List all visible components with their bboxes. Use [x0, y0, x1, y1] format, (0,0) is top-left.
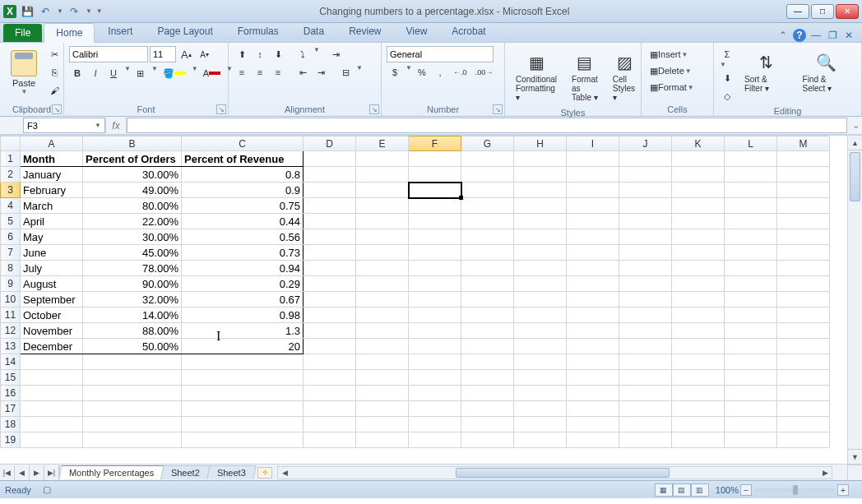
row-header[interactable]: 18: [1, 417, 21, 432]
tab-acrobat[interactable]: Acrobat: [440, 22, 497, 42]
cell[interactable]: [777, 417, 830, 432]
ribbon-minimize-icon[interactable]: ⌃: [776, 29, 790, 42]
comma-format-button[interactable]: ,: [432, 64, 448, 81]
cell[interactable]: [567, 276, 619, 292]
fx-icon[interactable]: fx: [105, 118, 127, 133]
cell[interactable]: [356, 339, 409, 354]
cell[interactable]: 14.00%: [83, 307, 182, 323]
cell-styles-button[interactable]: ▨Cell Styles ▾: [607, 46, 643, 106]
qat-customize[interactable]: ▼: [95, 7, 103, 15]
cell[interactable]: [514, 245, 567, 261]
sheet-tab[interactable]: Sheet2: [161, 465, 211, 479]
increase-indent-button[interactable]: ⇥: [313, 64, 329, 81]
clipboard-dialog-launcher[interactable]: ↘: [52, 104, 62, 114]
cell[interactable]: [409, 261, 461, 276]
cell[interactable]: [304, 370, 356, 386]
cell[interactable]: [672, 183, 725, 198]
tab-next-button[interactable]: ▶: [30, 465, 44, 480]
cell[interactable]: [409, 323, 461, 339]
cell[interactable]: 22.00%: [83, 214, 182, 229]
cell[interactable]: [356, 214, 409, 229]
increase-decimal-button[interactable]: ←.0: [450, 64, 470, 81]
cell[interactable]: [672, 198, 725, 214]
cell[interactable]: 0.94: [182, 261, 304, 276]
cell[interactable]: [304, 214, 356, 229]
cell[interactable]: [461, 276, 514, 292]
cell[interactable]: [356, 198, 409, 214]
cell[interactable]: [461, 432, 514, 448]
cell[interactable]: [514, 323, 567, 339]
tab-last-button[interactable]: ▶|: [44, 465, 59, 480]
cell[interactable]: [725, 386, 777, 401]
cut-button[interactable]: ✂: [46, 46, 63, 62]
cell[interactable]: November: [21, 323, 83, 339]
decrease-indent-button[interactable]: ⇤: [294, 64, 311, 81]
cell[interactable]: [672, 323, 725, 339]
insert-cells-button[interactable]: ▦ Insert ▼: [646, 46, 712, 62]
cell[interactable]: Percent of Orders: [83, 151, 182, 167]
cell[interactable]: [409, 198, 461, 214]
cell[interactable]: [514, 417, 567, 432]
cell[interactable]: [409, 214, 461, 229]
cell[interactable]: [514, 151, 567, 167]
cell[interactable]: [567, 386, 619, 401]
row-header[interactable]: 2: [1, 167, 21, 183]
cell[interactable]: [304, 276, 356, 292]
cell[interactable]: [619, 198, 672, 214]
cell[interactable]: [182, 401, 304, 417]
cell[interactable]: 20: [182, 339, 304, 354]
col-header[interactable]: C: [182, 136, 304, 151]
cell[interactable]: [672, 386, 725, 401]
cell[interactable]: [356, 370, 409, 386]
cell[interactable]: [619, 386, 672, 401]
cell[interactable]: [619, 151, 672, 167]
cell[interactable]: [461, 183, 514, 198]
tab-home[interactable]: Home: [44, 23, 95, 43]
page-layout-view-button[interactable]: ▤: [673, 483, 691, 497]
cell[interactable]: [672, 370, 725, 386]
cell[interactable]: [725, 307, 777, 323]
cell[interactable]: March: [21, 198, 83, 214]
cell[interactable]: [304, 261, 356, 276]
cell[interactable]: [21, 386, 83, 401]
cell[interactable]: [461, 229, 514, 245]
cell[interactable]: [461, 354, 514, 370]
cell[interactable]: [21, 432, 83, 448]
cell[interactable]: [725, 432, 777, 448]
cell[interactable]: [567, 370, 619, 386]
cell[interactable]: December: [21, 339, 83, 354]
row-header[interactable]: 4: [1, 198, 21, 214]
align-bottom-button[interactable]: ⬇: [270, 46, 286, 62]
cell[interactable]: [777, 401, 830, 417]
cell[interactable]: [409, 183, 461, 198]
cell[interactable]: [21, 354, 83, 370]
cell[interactable]: [304, 229, 356, 245]
cell[interactable]: 88.00%: [83, 323, 182, 339]
cell[interactable]: [356, 323, 409, 339]
cell[interactable]: [304, 339, 356, 354]
close-button[interactable]: ✕: [836, 4, 859, 19]
cell[interactable]: [567, 292, 619, 307]
cell[interactable]: [777, 292, 830, 307]
cell[interactable]: October: [21, 307, 83, 323]
cell[interactable]: [725, 276, 777, 292]
cell[interactable]: [83, 386, 182, 401]
worksheet-grid[interactable]: ABCDEFGHIJKLM1MonthPercent of OrdersPerc…: [0, 136, 830, 448]
cell[interactable]: [356, 386, 409, 401]
cell[interactable]: [567, 354, 619, 370]
cell[interactable]: 78.00%: [83, 261, 182, 276]
cell[interactable]: [619, 214, 672, 229]
cell[interactable]: [672, 401, 725, 417]
cell[interactable]: [777, 229, 830, 245]
cell[interactable]: 0.73: [182, 245, 304, 261]
wrap-text-button[interactable]: ⇥: [328, 46, 345, 62]
cell[interactable]: [672, 167, 725, 183]
formula-expand-button[interactable]: ⌄: [849, 117, 862, 134]
cell[interactable]: [777, 432, 830, 448]
sheet-tab[interactable]: Sheet3: [206, 465, 256, 479]
cell[interactable]: [619, 245, 672, 261]
cell[interactable]: [514, 307, 567, 323]
zoom-slider[interactable]: [753, 488, 836, 492]
row-header[interactable]: 7: [1, 245, 21, 261]
cell[interactable]: [672, 292, 725, 307]
